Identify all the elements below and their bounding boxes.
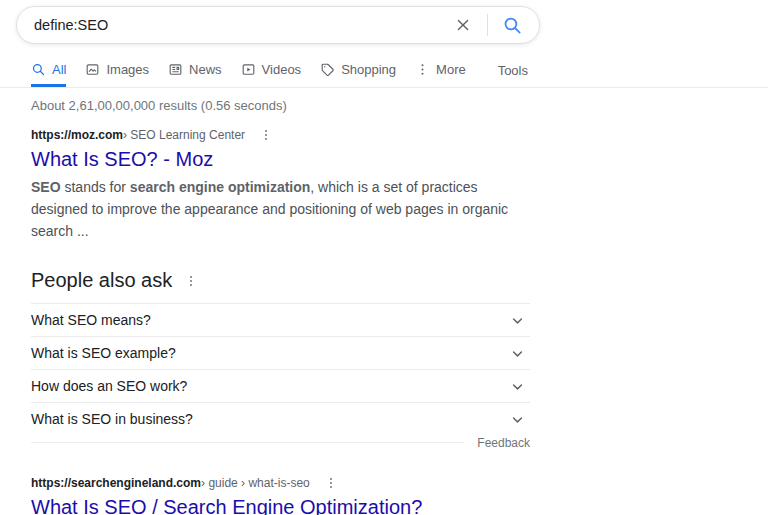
shopping-tag-icon [320, 62, 335, 77]
search-input[interactable] [34, 17, 449, 33]
result-title-link[interactable]: What Is SEO? - Moz [31, 147, 213, 171]
tools-button[interactable]: Tools [498, 57, 528, 87]
more-dots-icon [184, 274, 198, 288]
tab-images[interactable]: Images [85, 57, 149, 87]
tab-shopping[interactable]: Shopping [320, 57, 396, 87]
result-url[interactable]: https://moz.com › SEO Learning Center [31, 128, 536, 142]
paa-question[interactable]: What SEO means? [31, 303, 530, 336]
close-icon [453, 15, 473, 35]
paa-question[interactable]: What is SEO in business? [31, 402, 530, 435]
tabs-bar: All Images News Videos Shopping [0, 57, 768, 88]
result-url-domain: https://searchengineland.com [31, 476, 201, 490]
snippet-bold-text: SEO [31, 179, 61, 195]
result-stats: About 2,61,00,00,000 results (0.56 secon… [31, 98, 768, 113]
chevron-down-icon [508, 410, 527, 429]
feedback-link[interactable]: Feedback [477, 436, 530, 450]
result-options-button[interactable] [259, 128, 273, 142]
snippet-text: stands for [61, 179, 130, 195]
tab-label: Images [106, 62, 149, 77]
search-bar [16, 6, 540, 44]
tab-label: More [436, 62, 466, 77]
result-url[interactable]: https://searchengineland.com › guide › w… [31, 476, 536, 490]
result-options-button[interactable] [324, 476, 338, 490]
tab-label: Shopping [341, 62, 396, 77]
tab-label: All [52, 62, 66, 77]
people-also-ask-title: People also ask [31, 269, 172, 292]
result-url-path: › SEO Learning Center [123, 128, 245, 142]
paa-question-text: What SEO means? [31, 312, 151, 328]
search-result: https://searchengineland.com › guide › w… [31, 476, 536, 515]
people-also-ask-section: People also ask What SEO means? What is … [31, 269, 530, 450]
chevron-down-icon [508, 377, 527, 396]
result-snippet: SEO stands for search engine optimizatio… [31, 176, 536, 242]
paa-question[interactable]: What is SEO example? [31, 336, 530, 369]
search-button[interactable] [498, 15, 527, 36]
searchbar-divider [487, 14, 488, 36]
videos-icon [241, 62, 256, 77]
paa-question-text: What is SEO in business? [31, 411, 193, 427]
clear-search-button[interactable] [449, 15, 477, 35]
paa-question[interactable]: How does an SEO work? [31, 369, 530, 402]
chevron-down-icon [508, 311, 527, 330]
result-url-path: › guide › what-is-seo [201, 476, 310, 490]
search-result: https://moz.com › SEO Learning Center Wh… [31, 128, 536, 242]
result-title-link[interactable]: What Is SEO / Search Engine Optimization… [31, 495, 422, 515]
paa-question-text: What is SEO example? [31, 345, 176, 361]
snippet-bold-text: search engine optimization [130, 179, 310, 195]
tab-videos[interactable]: Videos [241, 57, 302, 87]
tab-all[interactable]: All [31, 57, 66, 87]
news-icon [168, 62, 183, 77]
tab-label: Videos [262, 62, 302, 77]
chevron-down-icon [508, 344, 527, 363]
result-url-domain: https://moz.com [31, 128, 123, 142]
tab-label: News [189, 62, 222, 77]
people-also-ask-options-button[interactable] [184, 274, 198, 288]
tab-news[interactable]: News [168, 57, 222, 87]
more-dots-icon [415, 62, 430, 77]
more-dots-icon [324, 476, 338, 490]
more-dots-icon [259, 128, 273, 142]
tab-more[interactable]: More [415, 57, 466, 87]
images-icon [85, 62, 100, 77]
search-icon [502, 15, 523, 36]
paa-question-text: How does an SEO work? [31, 378, 187, 394]
search-icon [31, 62, 46, 77]
divider [31, 442, 464, 443]
